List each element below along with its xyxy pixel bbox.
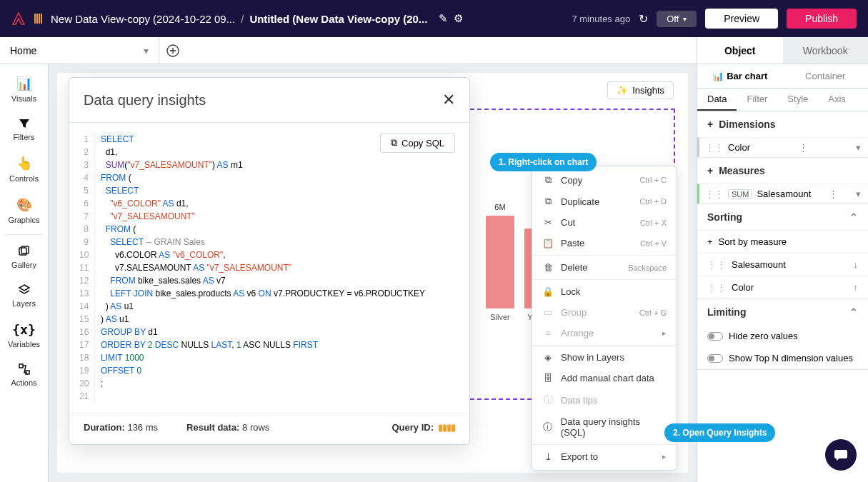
info-icon: ⓘ [542, 421, 554, 433]
drag-handle-icon[interactable]: ⋮⋮ [707, 282, 726, 293]
copy-icon: ⧉ [391, 137, 397, 149]
svg-rect-6 [19, 364, 23, 368]
sort-row-color[interactable]: ⋮⋮Color↑ [697, 276, 868, 298]
paste-icon: 📋 [542, 238, 554, 248]
ctx-delete[interactable]: 🗑DeleteBackspace [532, 257, 677, 278]
sort-asc-icon[interactable]: ↑ [854, 282, 859, 293]
chevron-down-icon[interactable]: ▾ [856, 142, 861, 153]
tab-object[interactable]: Object [697, 37, 783, 64]
tab-data[interactable]: Data [697, 89, 737, 111]
ctx-lock[interactable]: 🔒Lock [532, 281, 677, 302]
chevron-down-icon: ▾ [144, 45, 149, 56]
breadcrumb: New Data View-copy (2024-10-22 09... / U… [51, 12, 463, 25]
ctx-manual-data[interactable]: 🗄Add manual chart data [532, 368, 677, 388]
visuals-icon: 📊 [16, 76, 32, 91]
cut-icon: ✂ [542, 217, 554, 228]
duplicate-icon: ⧉ [542, 196, 554, 207]
ctx-cut[interactable]: ✂CutCtrl + X [532, 212, 677, 233]
lock-icon: 🔒 [542, 286, 554, 297]
copy-icon: ⧉ [542, 174, 554, 186]
tab-filter[interactable]: Filter [737, 89, 777, 111]
ctx-data-tips: ⓘData tips [532, 388, 677, 411]
insights-button[interactable]: ✨Insights [607, 81, 674, 99]
ctx-export[interactable]: ⤓Export to▸ [532, 446, 677, 467]
tab-workbook[interactable]: Workbook [783, 37, 869, 64]
ctx-paste[interactable]: 📋PasteCtrl + V [532, 233, 677, 253]
publish-button[interactable]: Publish [787, 9, 857, 29]
sort-row-salesamount[interactable]: ⋮⋮Salesamount↓ [697, 253, 868, 276]
sidebar-item-graphics[interactable]: 🎨Graphics [0, 191, 48, 230]
edit-icon[interactable]: ✎ [439, 12, 448, 25]
auto-refresh-toggle[interactable]: Off▾ [657, 11, 697, 27]
tab-axis[interactable]: Axis [818, 89, 856, 111]
sort-by-measure[interactable]: +Sort by measure [697, 230, 868, 253]
page-selector[interactable]: Home ▾ [0, 37, 159, 64]
sidebar-item-gallery[interactable]: Gallery [0, 239, 48, 275]
tab-container[interactable]: Container [783, 64, 869, 88]
toggle-top-n[interactable]: Show Top N dimension values [697, 347, 868, 369]
ctx-duplicate[interactable]: ⧉DuplicateCtrl + D [532, 191, 677, 212]
sidebar-item-actions[interactable]: Actions [0, 357, 48, 393]
section-limiting[interactable]: Limiting⌃ [697, 299, 868, 325]
chevron-down-icon[interactable]: ▾ [856, 189, 861, 199]
sparkle-icon: ✨ [617, 85, 628, 96]
dimension-pill-color[interactable]: ⋮⋮Color⋮▾ [697, 137, 868, 157]
controls-icon: 👆 [16, 156, 32, 171]
copy-sql-button[interactable]: ⧉Copy SQL [380, 133, 455, 153]
sidebar-item-filters[interactable]: Filters [0, 111, 48, 147]
modal-title: Data query insights [84, 92, 206, 109]
dataset-icon [34, 14, 42, 24]
filter-icon [18, 117, 31, 130]
tab-bar-chart[interactable]: 📊Bar chart [697, 64, 783, 88]
toggle-hide-zero[interactable]: Hide zero values [697, 325, 868, 347]
sidebar-item-controls[interactable]: 👆Controls [0, 150, 48, 189]
toggle-off-icon [707, 354, 723, 363]
gallery-icon [18, 245, 31, 258]
section-measures[interactable]: +Measures [697, 158, 868, 184]
tab-style[interactable]: Style [777, 89, 818, 111]
callout-2: 2. Open Query Insights [664, 423, 775, 442]
context-menu: ⧉CopyCtrl + C ⧉DuplicateCtrl + D ✂CutCtr… [532, 166, 677, 471]
group-icon: ▭ [542, 307, 554, 318]
preview-button[interactable]: Preview [705, 9, 778, 29]
ctx-arrange[interactable]: ≡Arrange▸ [532, 323, 677, 343]
last-saved-timestamp: 7 minutes ago [572, 14, 631, 24]
sql-code-block: 1SELECT 2 d1, 3 SUM("v7_SALESAMOUNT") AS… [69, 130, 469, 406]
ctx-show-layers[interactable]: ◈Show in Layers [532, 347, 677, 368]
breadcrumb-parent[interactable]: New Data View-copy (2024-10-22 09... [51, 13, 235, 25]
measure-pill-salesamount[interactable]: ⋮⋮SUMSalesamount⋮▾ [697, 184, 868, 204]
section-dimensions[interactable]: +Dimensions [697, 111, 868, 137]
sidebar-item-layers[interactable]: Layers [0, 278, 48, 313]
ctx-query-insights[interactable]: ⓘData query insights (SQL) [532, 411, 677, 443]
drag-handle-icon[interactable]: ⋮⋮ [705, 189, 724, 199]
bar-chart-icon: 📊 [712, 71, 724, 81]
database-icon: 🗄 [542, 373, 554, 383]
drag-handle-icon[interactable]: ⋮⋮ [705, 142, 724, 153]
export-icon: ⤓ [542, 451, 554, 462]
help-button[interactable] [825, 439, 857, 471]
actions-icon [18, 363, 31, 376]
section-sorting[interactable]: Sorting⌃ [697, 204, 868, 230]
sort-desc-icon[interactable]: ↓ [854, 259, 859, 270]
ctx-group: ▭GroupCtrl + G [532, 302, 677, 323]
plus-icon: + [707, 119, 713, 130]
info-icon: ⓘ [542, 393, 554, 406]
chevron-up-icon: ⌃ [849, 306, 858, 318]
query-id-icon[interactable]: ▮▮▮▮ [438, 422, 455, 433]
layers-icon [18, 283, 31, 296]
close-icon[interactable]: ✕ [442, 91, 455, 109]
query-insights-modal: Data query insights ✕ ⧉Copy SQL 1SELECT … [69, 77, 470, 445]
app-logo-icon [11, 11, 26, 26]
refresh-icon[interactable]: ↻ [639, 12, 648, 26]
bar-label: 6M [494, 203, 505, 211]
sidebar-item-variables[interactable]: {x}Variables [0, 316, 48, 354]
ctx-copy[interactable]: ⧉CopyCtrl + C [532, 169, 677, 191]
arrange-icon: ≡ [542, 328, 554, 338]
add-page-button[interactable] [159, 44, 186, 57]
variables-icon: {x} [12, 322, 36, 337]
sidebar-item-visuals[interactable]: 📊Visuals [0, 70, 48, 109]
drag-handle-icon[interactable]: ⋮⋮ [707, 259, 726, 270]
toggle-off-icon [707, 332, 723, 341]
breadcrumb-current[interactable]: Untitled (New Data View-copy (20... [249, 13, 427, 25]
gear-icon[interactable]: ⚙ [454, 12, 463, 25]
